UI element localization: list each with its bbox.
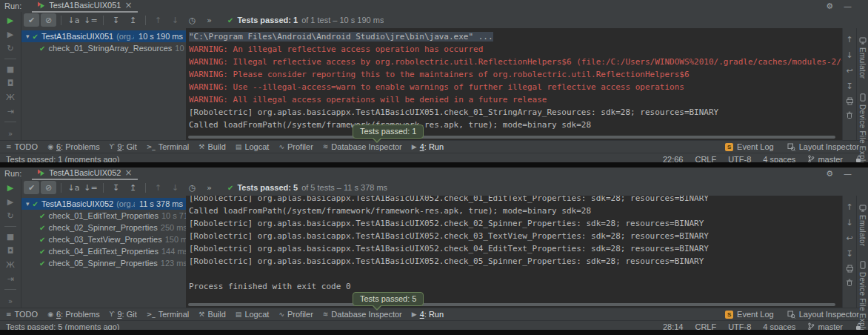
down-stacktrace-icon[interactable]: ↓ bbox=[846, 50, 852, 60]
profiler-icon[interactable]: Profiler bbox=[278, 142, 313, 151]
git-icon[interactable]: 9: Git bbox=[110, 142, 137, 151]
git-icon[interactable]: 9: Git bbox=[110, 310, 137, 319]
test-case-row[interactable]: ✔ check_03_TextView_Properties 150 ms bbox=[21, 233, 186, 245]
console-output[interactable]: [Robolectric] org.aplas.basicappx.TestA1… bbox=[186, 196, 842, 308]
toggle-auto-test-icon[interactable]: ↻ bbox=[5, 44, 16, 53]
previous-occurrence-icon[interactable]: ↑ bbox=[150, 181, 166, 194]
rerun-failed-tests-icon[interactable]: ▶ bbox=[5, 30, 16, 39]
tab-device-file-explorer[interactable]: Device File Explorer bbox=[858, 261, 867, 330]
more-options-icon[interactable]: » bbox=[8, 130, 13, 138]
collapse-all-icon[interactable]: ↥ bbox=[125, 13, 141, 27]
lock-icon[interactable] bbox=[855, 155, 862, 162]
build-icon[interactable]: Build bbox=[198, 142, 226, 151]
show-passed-icon[interactable]: ✔ bbox=[24, 181, 39, 194]
settings-gear-icon[interactable]: ⚙ bbox=[826, 169, 833, 179]
import-tests-icon[interactable]: ⇥ bbox=[5, 107, 16, 116]
up-stacktrace-icon[interactable]: ↑ bbox=[846, 202, 852, 212]
layout-inspector-button[interactable]: Layout Inspector bbox=[787, 142, 859, 151]
chevron-down-icon[interactable]: ▾ bbox=[26, 200, 30, 208]
test-case-row[interactable]: ✔ check_02_Spinner_Properties 250 ms bbox=[21, 222, 186, 233]
problems-icon[interactable]: 6: Problems bbox=[47, 310, 100, 319]
test-suite-row[interactable]: ▾ ✔ TestA1BasicUIX052 (org.aplas.basica … bbox=[21, 198, 186, 210]
clear-console-icon[interactable] bbox=[846, 279, 853, 287]
caret-position[interactable]: 22:66 bbox=[663, 155, 684, 163]
up-stacktrace-icon[interactable]: ↑ bbox=[846, 35, 852, 44]
terminal-icon[interactable]: Terminal bbox=[147, 142, 190, 151]
test-history-icon[interactable]: ◷ bbox=[184, 181, 200, 194]
file-encoding[interactable]: UTF-8 bbox=[728, 322, 751, 331]
stop-icon[interactable]: ■ bbox=[5, 232, 16, 242]
down-stacktrace-icon[interactable]: ↓ bbox=[846, 218, 852, 228]
show-passed-icon[interactable]: ✔ bbox=[24, 13, 39, 27]
database-icon[interactable]: Database Inspector bbox=[323, 142, 402, 151]
more-options-icon[interactable]: » bbox=[8, 297, 13, 305]
run-config-tab[interactable]: TestA1BasicUIX052 × bbox=[32, 168, 137, 180]
print-icon[interactable] bbox=[846, 97, 854, 105]
sort-by-duration-icon[interactable]: ↓= bbox=[83, 13, 99, 27]
test-case-row[interactable]: ✔ check_01_EditText_Properties 10 s 711 … bbox=[21, 210, 186, 222]
attach-debugger-icon[interactable]: Ж bbox=[5, 260, 16, 270]
git-branch-widget[interactable]: master bbox=[807, 322, 843, 331]
git-branch-widget[interactable]: master bbox=[807, 155, 843, 163]
problems-icon[interactable]: 6: Problems bbox=[47, 142, 100, 151]
expand-all-icon[interactable]: ↧ bbox=[108, 181, 124, 194]
screenshot-icon[interactable]: ◘ bbox=[5, 79, 16, 88]
database-icon[interactable]: Database Inspector bbox=[323, 310, 402, 319]
logcat-icon[interactable]: Logcat bbox=[236, 310, 270, 319]
close-icon[interactable]: × bbox=[124, 1, 132, 9]
tab-emulator[interactable]: Emulator bbox=[858, 205, 867, 246]
run-icon[interactable]: 4: Run bbox=[412, 142, 444, 151]
soft-wrap-icon[interactable]: ↩ bbox=[846, 66, 852, 76]
horizontal-scrollbar[interactable] bbox=[188, 303, 835, 306]
soft-wrap-icon[interactable]: ↩ bbox=[846, 233, 852, 243]
rerun-icon[interactable]: ▶ bbox=[5, 183, 16, 193]
collapse-all-icon[interactable]: ↥ bbox=[125, 181, 141, 194]
test-suite-row[interactable]: ▾ ✔ TestA1BasicUIX051 (org.aplas.basica … bbox=[21, 30, 186, 42]
screenshot-icon[interactable]: ◘ bbox=[5, 246, 16, 256]
test-case-row[interactable]: ✔ check_01_StringArray_Resources 10 s 19… bbox=[21, 42, 186, 54]
rerun-failed-tests-icon[interactable]: ▶ bbox=[5, 197, 16, 207]
tab-device-file-explorer[interactable]: Device File Explorer bbox=[858, 93, 867, 162]
tab-emulator[interactable]: Emulator bbox=[858, 37, 867, 79]
sort-alphabetically-icon[interactable]: ↓a bbox=[66, 181, 81, 194]
profiler-icon[interactable]: Profiler bbox=[278, 310, 313, 319]
line-separator[interactable]: CRLF bbox=[695, 155, 716, 163]
terminal-icon[interactable]: Terminal bbox=[147, 310, 190, 319]
run-icon[interactable]: 4: Run bbox=[412, 310, 444, 319]
build-icon[interactable]: Build bbox=[198, 310, 226, 319]
layout-inspector-button[interactable]: Layout Inspector bbox=[787, 310, 859, 319]
todo-icon[interactable]: TODO bbox=[6, 310, 38, 319]
caret-position[interactable]: 28:14 bbox=[663, 322, 684, 331]
clear-console-icon[interactable] bbox=[846, 111, 853, 119]
settings-gear-icon[interactable]: ⚙ bbox=[826, 1, 833, 11]
horizontal-scrollbar[interactable] bbox=[188, 136, 835, 139]
attach-debugger-icon[interactable]: Ж bbox=[5, 93, 16, 102]
expand-all-icon[interactable]: ↧ bbox=[108, 13, 124, 27]
hide-window-icon[interactable]: — bbox=[844, 1, 852, 11]
more-toolbar-icon[interactable]: » bbox=[201, 181, 217, 194]
print-icon[interactable] bbox=[846, 265, 854, 273]
lock-icon[interactable] bbox=[855, 322, 862, 330]
scroll-to-end-icon[interactable]: ↧ bbox=[846, 249, 852, 259]
close-icon[interactable]: × bbox=[124, 169, 132, 176]
stop-icon[interactable]: ■ bbox=[5, 64, 16, 74]
hide-ignored-icon[interactable]: ⊘ bbox=[41, 13, 56, 27]
hide-ignored-icon[interactable]: ⊘ bbox=[41, 181, 56, 194]
more-toolbar-icon[interactable]: » bbox=[201, 13, 217, 27]
test-case-row[interactable]: ✔ check_04_EditText_Properties 144 ms bbox=[21, 245, 186, 257]
next-occurrence-icon[interactable]: ↓ bbox=[167, 13, 183, 27]
chevron-down-icon[interactable]: ▾ bbox=[26, 33, 30, 40]
console-output[interactable]: "C:\Program Files\Android\Android Studio… bbox=[186, 28, 842, 140]
sort-alphabetically-icon[interactable]: ↓a bbox=[66, 13, 81, 27]
logcat-icon[interactable]: Logcat bbox=[236, 142, 270, 151]
next-occurrence-icon[interactable]: ↓ bbox=[167, 181, 183, 194]
scroll-to-end-icon[interactable]: ↧ bbox=[846, 82, 852, 91]
rerun-icon[interactable]: ▶ bbox=[5, 16, 16, 25]
test-history-icon[interactable]: ◷ bbox=[184, 13, 200, 27]
import-tests-icon[interactable]: ⇥ bbox=[5, 274, 16, 284]
file-encoding[interactable]: UTF-8 bbox=[728, 155, 751, 163]
toggle-auto-test-icon[interactable]: ↻ bbox=[5, 211, 16, 221]
indent-setting[interactable]: 4 spaces bbox=[763, 155, 795, 163]
indent-setting[interactable]: 4 spaces bbox=[763, 322, 795, 331]
todo-icon[interactable]: TODO bbox=[6, 142, 38, 151]
